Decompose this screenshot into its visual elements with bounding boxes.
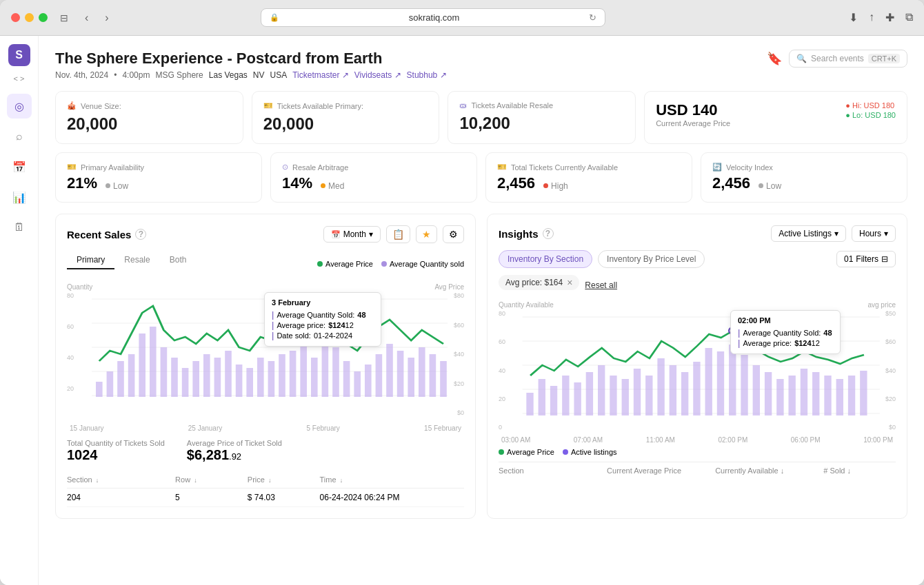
settings-icon-btn[interactable]: ⚙ [443, 225, 464, 243]
help-icon-insights[interactable]: ? [543, 228, 554, 239]
stubhub-link[interactable]: Stubhub ↗ [407, 70, 447, 80]
tab-resale[interactable]: Resale [114, 252, 159, 269]
chevron-down-icon-listings: ▾ [834, 229, 838, 238]
insights-tooltip-time: 02:00 PM [738, 316, 833, 325]
resale-arb-icon: ⊙ [282, 163, 288, 172]
svg-rect-56 [670, 365, 676, 415]
active-listings-dropdown[interactable]: Active Listings ▾ [771, 225, 846, 242]
maximize-button[interactable] [39, 13, 48, 22]
help-icon-sales[interactable]: ? [135, 229, 146, 240]
row-price: $ 74.03 [248, 493, 320, 502]
svg-rect-55 [657, 358, 664, 415]
insights-col-sold[interactable]: # Sold ↓ [823, 466, 896, 475]
dashboard-bottom: Recent Sales ? 📅 Month ▾ 📋 ★ ⚙ [55, 214, 907, 519]
svg-rect-67 [801, 369, 807, 415]
recent-sales-title: Recent Sales ? [67, 229, 146, 240]
svg-rect-21 [268, 361, 275, 397]
svg-rect-12 [171, 358, 178, 397]
star-icon-btn[interactable]: ★ [416, 225, 437, 243]
event-time: 4:00pm [122, 70, 150, 80]
url-bar[interactable]: 🔒 sokratiq.com ↻ [261, 8, 605, 27]
tabs-icon[interactable]: ⧉ [905, 11, 913, 24]
insights-panel: Insights ? Active Listings ▾ Hours ▾ [487, 214, 907, 519]
tickets-resale-value: 10,200 [459, 114, 624, 133]
primary-avail-label: Primary Availability [81, 163, 144, 172]
sidebar-code[interactable]: < > [14, 74, 25, 83]
avg-price-value: $6,281.92 [187, 447, 282, 463]
tickets-resale-label: Tickets Available Resale [471, 101, 553, 110]
sidebar-toggle[interactable]: ⊟ [56, 10, 72, 26]
col-row[interactable]: Row ↓ [175, 475, 248, 484]
download-icon[interactable]: ⬇ [849, 11, 858, 24]
search-bar[interactable]: 🔍 Search events CRT+K [789, 50, 907, 68]
insights-tooltip: 02:00 PM | Average Quantity Sold: 48 | A… [730, 310, 841, 354]
insights-legend-avg-price: Average Price [499, 448, 554, 456]
avg-price-summary: Average Price of Ticket Sold $6,281.92 [187, 439, 282, 463]
hours-dropdown[interactable]: Hours ▾ [852, 225, 896, 242]
share-icon[interactable]: ↑ [869, 11, 874, 24]
svg-rect-50 [598, 365, 605, 415]
recent-sales-panel: Recent Sales ? 📅 Month ▾ 📋 ★ ⚙ [55, 214, 476, 519]
total-tickets-card: 🎫 Total Tickets Currently Available 2,45… [485, 152, 692, 203]
sales-legend: Average Price Average Quantity sold [317, 260, 464, 268]
tab-both[interactable]: Both [160, 252, 197, 269]
sidebar-item-search[interactable]: ⌕ [7, 124, 32, 149]
filters-button[interactable]: 01 Filters ⊟ [836, 251, 896, 267]
copy-icon-btn[interactable]: 📋 [386, 225, 410, 243]
svg-rect-22 [279, 354, 285, 397]
svg-rect-20 [257, 358, 264, 397]
reload-icon[interactable]: ↻ [589, 12, 596, 23]
sales-chart-tooltip: 3 February | Average Quantity Sold: 48 |… [264, 292, 381, 347]
ticketmaster-link[interactable]: Ticketmaster ↗ [292, 70, 349, 80]
forward-button[interactable]: › [101, 10, 112, 25]
insights-col-avg-price: Current Average Price [607, 466, 715, 475]
svg-rect-30 [365, 365, 372, 397]
sort-icon: ↓ [781, 466, 785, 475]
close-button[interactable] [11, 13, 20, 22]
svg-rect-25 [311, 358, 318, 397]
svg-rect-57 [681, 372, 688, 415]
tab-inventory-price[interactable]: Inventory By Price Level [598, 250, 705, 268]
vividseats-link[interactable]: Vividseats ↗ [354, 70, 401, 80]
back-button[interactable]: ‹ [81, 10, 92, 25]
tickets-primary-label: Tickets Available Primary: [277, 102, 363, 110]
svg-rect-15 [203, 354, 210, 397]
period-dropdown[interactable]: 📅 Month ▾ [323, 226, 381, 243]
event-venue: MSG Sphere [155, 70, 203, 80]
total-tickets-badge: High [543, 181, 568, 191]
row-section: 204 [67, 493, 175, 502]
bookmark-button[interactable]: 🔖 [767, 51, 782, 66]
price-sub: Current Average Price [656, 119, 730, 127]
sidebar-item-calendar[interactable]: 📅 [7, 154, 32, 179]
filter-count: 01 [844, 254, 853, 264]
insights-col-available[interactable]: Currently Available ↓ [715, 466, 823, 475]
svg-rect-9 [139, 333, 145, 397]
toolbar-icons: ⬇ ↑ ✚ ⧉ [849, 11, 913, 24]
svg-rect-11 [161, 347, 168, 397]
total-tickets-label: Total Tickets Currently Available [511, 163, 618, 172]
main-content: The Sphere Experience - Postcard from Ea… [39, 36, 924, 585]
svg-rect-27 [332, 347, 339, 397]
remove-filter-icon[interactable]: × [567, 277, 572, 288]
svg-rect-7 [117, 361, 124, 397]
minimize-button[interactable] [25, 13, 34, 22]
reset-all-button[interactable]: Reset all [585, 280, 617, 290]
new-tab-icon[interactable]: ✚ [885, 11, 894, 24]
logo[interactable]: S [8, 44, 30, 66]
insights-table-header: Section Current Average Price Currently … [499, 462, 896, 479]
tooltip-qty-label: Average Quantity Sold: [277, 311, 354, 319]
insights-legend-active: Active listings [563, 448, 617, 456]
sales-summary: Total Quantity of Tickets Sold 1024 Aver… [67, 439, 464, 463]
col-section[interactable]: Section ↓ [67, 475, 175, 484]
col-time[interactable]: Time ↓ [320, 475, 464, 484]
sidebar-item-events[interactable]: 🗓 [7, 215, 32, 240]
sidebar-item-target[interactable]: ◎ [7, 94, 32, 119]
tab-inventory-section[interactable]: Inventory By Section [499, 250, 592, 268]
insights-title: Insights ? [499, 228, 554, 240]
sidebar-item-chart[interactable]: 📊 [7, 185, 32, 209]
svg-rect-33 [397, 351, 404, 397]
tooltip-date-sold-label: Date sold: [277, 331, 311, 340]
tab-primary[interactable]: Primary [67, 252, 114, 269]
primary-avail-card: 🎫 Primary Availability 21% Low [55, 152, 262, 203]
col-price[interactable]: Price ↓ [248, 475, 320, 484]
